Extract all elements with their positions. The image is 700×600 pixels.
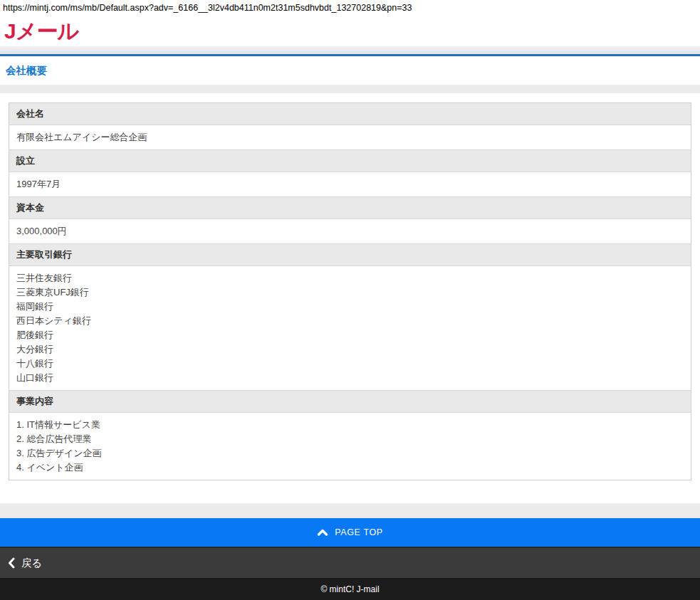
table-value-cell: 三井住友銀行 三菱東京UFJ銀行 福岡銀行 西日本シティ銀行 肥後銀行 大分銀行…	[9, 266, 691, 391]
main-content: 会社名有限会社エムアイシー総合企画設立1997年7月資本金3,000,000円主…	[0, 93, 700, 503]
table-value-cell: 1. IT情報サービス業 2. 総合広告代理業 3. 広告デザイン企画 4. イ…	[9, 413, 691, 480]
table-label-cell: 設立	[9, 150, 691, 172]
content-bottom-band	[0, 503, 700, 518]
title-strip: 会社概要	[0, 56, 700, 85]
table-value-cell: 有限会社エムアイシー総合企画	[9, 125, 691, 150]
table-value-cell: 1997年7月	[9, 172, 691, 197]
table-label-cell: 主要取引銀行	[9, 244, 691, 266]
page-title: 会社概要	[6, 64, 47, 78]
table-label-cell: 事業内容	[9, 391, 691, 413]
table-label-cell: 資本金	[9, 197, 691, 219]
company-table: 会社名有限会社エムアイシー総合企画設立1997年7月資本金3,000,000円主…	[9, 102, 691, 480]
page: https://mintj.com/ms/mb/Default.aspx?adv…	[0, 0, 700, 600]
back-label: 戻る	[21, 557, 42, 570]
site-footer: © mintC! J-mail	[0, 578, 700, 600]
chevron-left-icon	[8, 557, 15, 569]
company-table-body: 会社名有限会社エムアイシー総合企画設立1997年7月資本金3,000,000円主…	[9, 103, 691, 480]
url-text: https://mintj.com/ms/mb/Default.aspx?adv…	[0, 0, 700, 16]
jmail-logo[interactable]: Jメール	[4, 21, 78, 42]
copyright-text: © mintC! J-mail	[320, 584, 379, 594]
page-url: https://mintj.com/ms/mb/Default.aspx?adv…	[3, 3, 412, 13]
page-top-button[interactable]: PAGE TOP	[0, 518, 700, 547]
page-top-label: PAGE TOP	[335, 527, 382, 537]
table-label-cell: 会社名	[9, 103, 691, 125]
site-header: Jメール	[0, 16, 700, 46]
chevron-up-icon	[317, 529, 328, 536]
header-divider-band	[0, 46, 700, 54]
back-button[interactable]: 戻る	[0, 547, 700, 578]
content-top-band	[0, 85, 700, 93]
table-value-cell: 3,000,000円	[9, 219, 691, 244]
